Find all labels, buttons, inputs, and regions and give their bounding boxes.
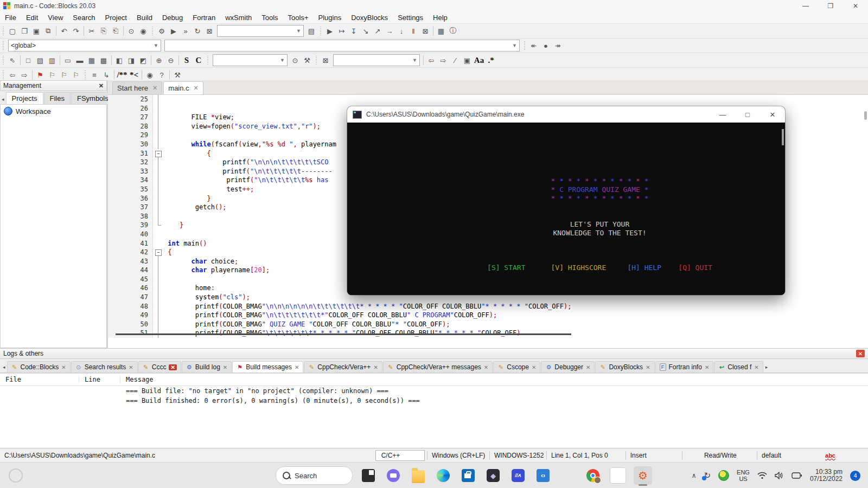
running-console-app[interactable]: ⚙	[634, 466, 652, 485]
wx-item-mid-icon[interactable]: ◨	[125, 54, 137, 66]
scope-combo[interactable]: <global>▼	[8, 40, 161, 52]
breakpoint-margin[interactable]	[108, 266, 126, 275]
tab-close-icon[interactable]: ✕	[194, 85, 199, 92]
compiler-options-icon[interactable]: ▤	[305, 25, 317, 37]
menu-wxsmith[interactable]: wxSmith	[220, 14, 257, 22]
run-icon[interactable]: ▶	[168, 25, 180, 37]
menu-tools[interactable]: Tools	[257, 14, 283, 22]
rebuild-icon[interactable]: ↻	[192, 25, 203, 37]
highlight-all-icon[interactable]: ∕	[449, 54, 461, 66]
management-close-icon[interactable]: ✕	[99, 82, 104, 89]
zoom-in-icon[interactable]: ⊕	[153, 54, 165, 66]
console-scrollbar[interactable]	[782, 129, 784, 145]
source-mode-s-icon[interactable]: S	[181, 54, 193, 66]
tab-close-icon[interactable]: ✕	[61, 364, 66, 370]
menu-settings[interactable]: Settings	[393, 14, 428, 22]
editor-hscrollbar-thumb[interactable]	[116, 333, 571, 335]
tray-overflow-chevron-icon[interactable]: ∧	[692, 472, 697, 479]
weather-tray-icon[interactable]	[9, 468, 23, 483]
prev-bookmark-icon[interactable]: ⚐	[46, 69, 58, 81]
open-file-icon[interactable]: ❐	[18, 25, 30, 37]
doxy-extract-file-icon[interactable]: ↳	[100, 69, 112, 81]
wx-window-icon[interactable]: □	[22, 54, 34, 66]
wx-panel-icon[interactable]: ▥	[46, 54, 58, 66]
menu-file[interactable]: File	[0, 14, 21, 22]
jump-forward-icon[interactable]: ↠	[552, 40, 564, 52]
logs-tab-cppcheck-vera-[interactable]: ✎CppCheck/Vera++✕	[304, 361, 382, 373]
incsearch-clear-icon[interactable]: ⊠	[320, 54, 331, 66]
codeblocks-app[interactable]	[559, 466, 577, 485]
toggle-bookmark-icon[interactable]: ⚑	[34, 69, 46, 81]
breakpoint-margin[interactable]	[108, 167, 126, 176]
breakpoint-margin[interactable]	[108, 239, 126, 248]
notification-badge[interactable]: 4	[850, 471, 860, 481]
wx-item-left-icon[interactable]: ◧	[113, 54, 125, 66]
breakpoint-margin[interactable]	[108, 185, 126, 194]
debug-pause-icon[interactable]: ‖	[407, 25, 419, 37]
tab-close-icon[interactable]: ✕	[152, 85, 157, 92]
run-to-cursor-icon[interactable]: ↦	[336, 25, 348, 37]
menu-help[interactable]: Help	[428, 14, 452, 22]
battery-icon[interactable]	[792, 472, 802, 479]
tab-close-icon[interactable]: ✕	[484, 364, 488, 370]
file-explorer-app[interactable]	[409, 466, 427, 485]
search-box[interactable]: Search	[276, 466, 353, 485]
breakpoint-margin[interactable]	[108, 122, 126, 131]
wx-sizer-h-icon[interactable]: ▭	[62, 54, 74, 66]
logs-tab-closed-f[interactable]: ↩Closed f✕	[714, 361, 763, 373]
abort-build-icon[interactable]: ⊠	[203, 25, 215, 37]
breakpoint-margin[interactable]	[108, 149, 126, 158]
debug-stop-icon[interactable]: ⊠	[419, 25, 431, 37]
breakpoint-margin[interactable]	[108, 140, 126, 149]
wx-box-icon[interactable]: ▩	[98, 54, 110, 66]
tab-close-icon[interactable]: ✕	[705, 364, 709, 370]
tab-close-icon[interactable]: ✕	[223, 364, 227, 370]
microsoft-store-app[interactable]	[459, 466, 477, 485]
step-into-instruction-icon[interactable]: ↓	[395, 25, 407, 37]
breakpoint-margin[interactable]	[108, 158, 126, 167]
wx-frame-icon[interactable]: ▧	[34, 54, 46, 66]
step-out-icon[interactable]: ↗	[372, 25, 384, 37]
doxy-block-comment-icon[interactable]: /**	[116, 69, 128, 81]
nav-back-icon[interactable]: ⇦	[7, 69, 18, 81]
photos-app[interactable]	[609, 466, 627, 485]
console-minimize-icon[interactable]: —	[710, 106, 735, 123]
tab-close-icon[interactable]: ✕	[646, 364, 650, 370]
chrome-app[interactable]	[584, 466, 602, 485]
menu-doxyblocks[interactable]: DoxyBlocks	[346, 14, 393, 22]
incsearch-next-icon[interactable]: ⇨	[437, 54, 449, 66]
debugging-windows-icon[interactable]: ▦	[435, 25, 447, 37]
next-line-icon[interactable]: ↧	[348, 25, 360, 37]
wx-sizer-v-icon[interactable]: ▬	[74, 54, 86, 66]
tab-close-icon[interactable]: ✕	[754, 364, 758, 370]
code-line[interactable]: 48 printf(COLOR_BMAG"\n\n\n\n\n\n\t\t\t\…	[108, 302, 868, 311]
menu-project[interactable]: Project	[100, 14, 132, 22]
breakpoint-margin[interactable]	[108, 302, 126, 311]
volume-icon[interactable]	[775, 472, 784, 479]
replace-icon[interactable]: ◉	[137, 25, 149, 37]
doxy-extract-all-icon[interactable]: ≡	[88, 69, 100, 81]
tab-close-icon[interactable]: ✕	[373, 364, 378, 370]
table-row[interactable]: === Build file: "no target" in "no proje…	[0, 386, 868, 396]
breakpoint-margin[interactable]	[108, 284, 126, 293]
build-icon[interactable]: ⚙	[156, 25, 168, 37]
edge-browser-app[interactable]	[434, 466, 452, 485]
save-all-icon[interactable]: ⧉	[42, 25, 54, 37]
code-line[interactable]: 25	[108, 95, 868, 104]
debug-info-icon[interactable]: ⓘ	[447, 25, 459, 37]
editor-tab-main.c[interactable]: main.c✕	[163, 81, 203, 94]
undo-icon[interactable]: ↶	[58, 25, 70, 37]
management-tab-projects[interactable]: Projects	[6, 92, 43, 104]
wx-grid-icon[interactable]: ▦	[86, 54, 98, 66]
match-case-icon[interactable]: Aa	[473, 54, 485, 66]
management-tabs-scroll-left-icon[interactable]: ◂	[0, 97, 6, 104]
tab-close-icon[interactable]: ✕	[169, 364, 176, 370]
logs-tab-cscope[interactable]: ✎Cscope✕	[493, 361, 540, 373]
clock[interactable]: 10:33 pm 07/12/2022	[810, 468, 843, 483]
breakpoint-margin[interactable]	[108, 320, 126, 329]
breakpoint-margin[interactable]	[108, 248, 126, 257]
breakpoint-margin[interactable]	[108, 104, 126, 113]
breakpoint-margin[interactable]	[108, 221, 126, 230]
logs-tab-cccc[interactable]: ✎Cccc✕	[138, 361, 181, 373]
breakpoint-margin[interactable]	[108, 113, 126, 122]
